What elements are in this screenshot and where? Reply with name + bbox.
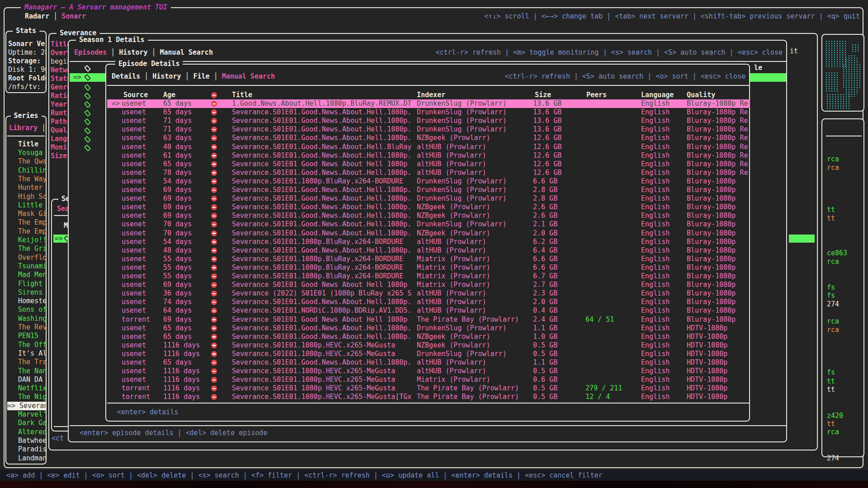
series-row[interactable]: The Nan xyxy=(18,367,46,375)
tab-library[interactable]: Library xyxy=(9,124,38,132)
release-row[interactable]: usenet54 daysSeverance.S01E01.1080p.BluR… xyxy=(107,238,750,246)
cell-source: usenet xyxy=(122,238,146,246)
release-row[interactable]: usenet70 daysSeverance.S01E01.Good.News.… xyxy=(107,229,750,238)
release-row[interactable]: usenet54 daysSeverance.S01E01.1080p.BluR… xyxy=(107,177,750,186)
release-row[interactable]: usenet69 daysSeverance.S01E01.Good.News.… xyxy=(107,194,750,203)
series-row[interactable]: Little xyxy=(18,201,46,210)
release-row[interactable]: usenet65 daysSeverance.S01E01.Good.News.… xyxy=(107,324,750,333)
release-row[interactable]: usenet65 daysSeverance S01E01 Good News … xyxy=(107,160,750,169)
release-row[interactable]: usenet69 daysSeverance.S01E01.Good.News.… xyxy=(107,211,750,220)
series-row[interactable]: Netflix xyxy=(18,384,46,393)
release-row[interactable]: usenet65 daysSeverance.S01E01.Good.News.… xyxy=(107,108,750,117)
column-header-age[interactable]: Age xyxy=(163,91,175,99)
column-header-quality[interactable]: Quality xyxy=(687,91,715,99)
release-row[interactable]: torrent1116 daysSeverance S01E01 1080p H… xyxy=(107,384,750,393)
column-header-peers[interactable]: Peers xyxy=(586,91,607,99)
release-row[interactable]: usenet55 daysSeverance.S01E01.1080p.BluR… xyxy=(107,263,750,272)
release-row[interactable]: usenet65 daysSeverance.S01E01.Good.News.… xyxy=(107,333,750,341)
release-row[interactable]: usenet69 daysSeverance.S01E01.Good.News.… xyxy=(107,186,750,194)
column-header-source[interactable]: Source xyxy=(123,91,148,99)
release-row[interactable]: usenet64 daysSeverance.S01E01.NORDiC.108… xyxy=(107,306,750,315)
series-row[interactable]: Marvel' xyxy=(18,410,46,419)
release-row[interactable]: usenet78 daysSeverance.S01E01.Good.News.… xyxy=(107,169,750,177)
tab-sonarr[interactable]: Sonarr xyxy=(61,12,86,20)
tab-radarr[interactable]: Radarr xyxy=(25,12,49,20)
cell-source: usenet xyxy=(122,220,146,229)
series-row[interactable]: Altered xyxy=(18,428,46,436)
series-row[interactable]: Overflo xyxy=(18,253,46,262)
series-row[interactable]: Sirens xyxy=(18,288,46,297)
series-row[interactable]: Landman xyxy=(18,454,46,463)
series-row[interactable]: Tsunami xyxy=(18,262,46,271)
series-row[interactable]: Yosuga xyxy=(18,149,46,157)
series-row[interactable]: High Sc xyxy=(18,192,46,201)
series-row[interactable]: The Way xyxy=(18,175,46,183)
series-row[interactable]: Dark Ga xyxy=(18,419,46,427)
tab-history[interactable]: History xyxy=(152,72,181,80)
release-row[interactable]: usenet71 daysSeverance.S01E01.Good.News.… xyxy=(107,117,750,125)
series-row[interactable]: Chillin xyxy=(18,166,46,175)
series-row[interactable]: Homeste xyxy=(18,297,46,305)
series-row[interactable]: The Emp xyxy=(18,218,46,227)
release-row[interactable]: usenet40 daysSeverance.S01E01.Good.News.… xyxy=(107,143,750,151)
series-row[interactable]: Flight xyxy=(18,280,46,288)
series-row[interactable]: PEN15 xyxy=(18,332,46,340)
release-row[interactable]: usenet36 daysSeverance (2022) S01E01 (10… xyxy=(107,289,750,298)
column-header-language[interactable]: Language xyxy=(641,91,674,99)
right-fragment: fs xyxy=(827,368,835,376)
cell-title: Severance.S01E01.1080p.HEVC.x265-MeGusta xyxy=(232,367,395,375)
series-row[interactable]: The Rev xyxy=(18,323,46,332)
release-row[interactable]: usenet61 daysSeverance.S01E01.Good.News.… xyxy=(107,151,750,160)
column-header-indexer[interactable]: Indexer xyxy=(417,91,445,99)
series-row[interactable]: The Nig xyxy=(18,393,46,401)
series-row[interactable]: Keijo!! xyxy=(18,236,46,244)
release-row[interactable]: usenet1116 daysSeverance.S01E01.1080p.HE… xyxy=(107,367,750,375)
series-row[interactable]: Paradis xyxy=(18,445,46,454)
release-row[interactable]: usenet74 daysSeverance.S01E01.Good.News.… xyxy=(107,298,750,306)
release-row[interactable]: usenet69 daysSeverance S01E01 Good News … xyxy=(107,281,750,289)
release-row[interactable]: usenet1116 daysSeverance.S01E01.1080p.HE… xyxy=(107,350,750,358)
tab-manual-search[interactable]: Manual Search xyxy=(160,48,213,56)
tab-file[interactable]: File xyxy=(193,72,210,80)
release-row[interactable]: usenet70 daysSeverance.S01E01.Good.News.… xyxy=(107,220,750,229)
series-row[interactable]: Mask Gi xyxy=(18,210,46,218)
column-header-size[interactable]: Size xyxy=(535,91,551,99)
release-row[interactable]: usenet55 daysSeverance.S01E01.1080p.BluR… xyxy=(107,272,750,281)
series-row[interactable]: The Qwa xyxy=(18,157,46,166)
release-row[interactable]: torrent69 daysSeverance S01E01 Good News… xyxy=(107,315,750,324)
series-row[interactable]: Washing xyxy=(18,314,46,323)
series-row-selected[interactable]: => Severan xyxy=(7,402,46,410)
cell-language: English xyxy=(641,194,670,203)
column-header-title[interactable]: Title xyxy=(232,91,252,99)
severance-footer-fragment: <ct xyxy=(52,434,64,443)
cell-source: usenet xyxy=(122,350,146,358)
series-row[interactable]: The Tra xyxy=(18,358,46,366)
series-row[interactable]: The Off xyxy=(18,341,46,349)
release-row[interactable]: usenet55 daysSeverance.S01E01.1080p.BluR… xyxy=(107,255,750,263)
cell-size: 2.6 GB xyxy=(533,211,557,220)
series-row[interactable]: DAN DA xyxy=(18,375,46,384)
series-row[interactable]: The Emp xyxy=(18,227,46,236)
cell-source: usenet xyxy=(122,358,146,367)
rejected-icon xyxy=(211,239,217,245)
release-row[interactable]: =>usenet65 days1.Good.News.About.Hell.10… xyxy=(107,99,750,108)
series-row[interactable]: Mad Men xyxy=(18,271,46,279)
release-row[interactable]: usenet63 daysSeverance.S01E01.Good.News.… xyxy=(107,134,750,142)
tab-manual-search[interactable]: Manual Search xyxy=(222,72,275,80)
series-row[interactable]: Hunter xyxy=(18,183,46,192)
monitored-tag-icon xyxy=(84,93,91,100)
series-row[interactable]: The Gri xyxy=(18,244,46,253)
release-row[interactable]: usenet71 daysSeverance.S01E01.Good.News.… xyxy=(107,125,750,134)
release-row[interactable]: usenet69 daysSeverance.S01E01.Good.News.… xyxy=(107,203,750,211)
series-row[interactable]: It's Al xyxy=(18,349,46,358)
tab-episodes[interactable]: Episodes xyxy=(74,48,107,56)
series-row[interactable]: Sons of xyxy=(18,305,46,314)
tab-details[interactable]: Details xyxy=(112,72,140,80)
release-row[interactable]: usenet48 daysSeverance.S01E01.Good.News.… xyxy=(107,246,750,255)
release-row[interactable]: usenet65 daysSeverance.S01E01.Good.News.… xyxy=(107,358,750,367)
release-row[interactable]: usenet1116 daysSeverance.S01E01.1080p.HE… xyxy=(107,341,750,350)
series-row[interactable]: Batwhee xyxy=(18,436,46,445)
release-row[interactable]: usenet1116 daysSeverance.S01E01.1080p.HE… xyxy=(107,375,750,384)
release-row[interactable]: torrent1116 daysSeverance.S01E01.1080p.H… xyxy=(107,393,750,401)
tab-history[interactable]: History xyxy=(119,48,147,56)
